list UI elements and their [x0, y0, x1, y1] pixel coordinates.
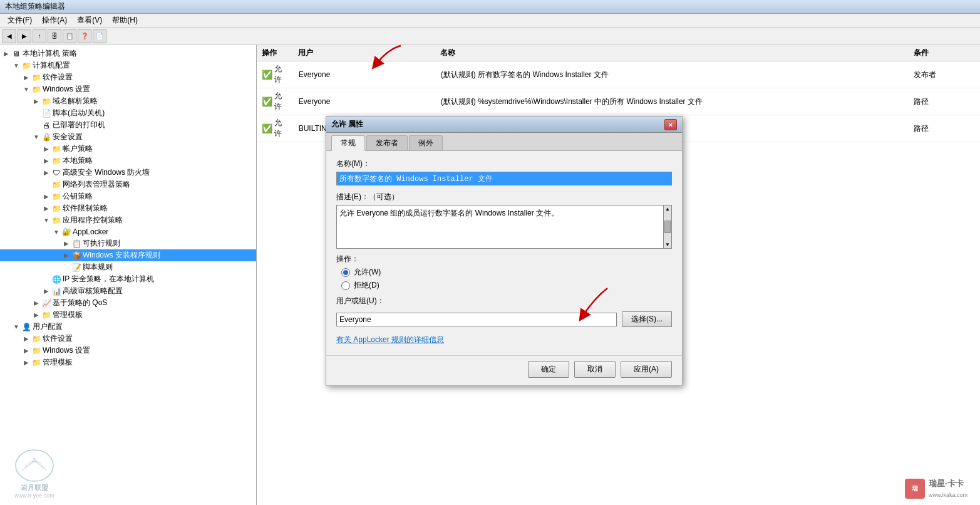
tree-local-policy[interactable]: ▶ 📁 本地策略: [0, 155, 256, 167]
expand-icon[interactable]: ▼: [31, 132, 41, 142]
dialog-close-button[interactable]: ×: [664, 119, 677, 130]
dialog: 允许 属性 × 常规 发布者 例外 名称(M)： 描述(E)：（可选） 允许 E…: [326, 116, 683, 386]
folder-icon: 📁: [51, 144, 61, 154]
expand-icon[interactable]: ▶: [21, 334, 31, 344]
scroll-down-arrow[interactable]: ▼: [665, 242, 670, 247]
qos-icon: 📈: [41, 298, 51, 308]
tree-exe-rules[interactable]: ▶ 📋 可执行规则: [0, 237, 256, 249]
scroll-thumb[interactable]: [664, 221, 671, 233]
tree-account-policy[interactable]: ▶ 📁 帐户策略: [0, 143, 256, 155]
tree-user-config[interactable]: ▼ 👤 用户配置: [0, 321, 256, 333]
user-group-label: 用户或组(U)：: [336, 296, 672, 306]
tree-pubkey[interactable]: ▶ 📁 公钥策略: [0, 190, 256, 202]
tree-applocker[interactable]: ▼ 🔐 AppLocker: [0, 226, 256, 237]
expand-icon[interactable]: ▶: [21, 346, 31, 356]
radio-deny-label: 拒绝(D): [354, 280, 379, 291]
expand-icon[interactable]: ▼: [41, 216, 51, 226]
tree-script-rules[interactable]: 📝 脚本规则: [0, 261, 256, 273]
table-row[interactable]: ✅ 允许 Everyone (默认规则) 所有数字签名的 Windows Ins…: [257, 61, 980, 88]
tree-printers[interactable]: 🖨 已部署的打印机: [0, 119, 256, 131]
tree-scripts[interactable]: 📄 脚本(启动/关机): [0, 107, 256, 119]
expand-icon[interactable]: ▶: [31, 298, 41, 308]
tab-publisher[interactable]: 发布者: [366, 135, 408, 150]
select-button[interactable]: 选择(S)...: [622, 311, 672, 327]
menu-view[interactable]: 查看(V): [72, 14, 107, 27]
tree-label: 脚本(启动/关机): [53, 108, 105, 118]
menu-bar: 文件(F) 操作(A) 查看(V) 帮助(H): [0, 14, 980, 28]
desc-scrollbar[interactable]: ▲ ▼: [663, 205, 672, 249]
expand-icon[interactable]: ▶: [31, 310, 41, 320]
expand-icon[interactable]: ▶: [1, 49, 11, 59]
expand-icon[interactable]: ▶: [41, 168, 51, 178]
tree-audit[interactable]: ▶ 📊 高级审核策略配置: [0, 285, 256, 297]
tree-network[interactable]: 📁 网络列表管理器策略: [0, 179, 256, 190]
tree-applocker-parent[interactable]: ▼ 📁 应用程序控制策略: [0, 214, 256, 226]
expand-icon[interactable]: ▼: [11, 322, 21, 332]
toolbar-up[interactable]: ↑: [33, 29, 46, 43]
expand-icon[interactable]: ▼: [21, 85, 31, 95]
toolbar-btn4[interactable]: 📄: [93, 29, 106, 43]
col-user: 用户: [293, 46, 435, 60]
expand-icon[interactable]: ▶: [41, 192, 51, 202]
menu-file[interactable]: 文件(F): [3, 14, 37, 27]
tree-ip-security[interactable]: 🌐 IP 安全策略，在本地计算机: [0, 273, 256, 285]
expand-icon[interactable]: ▶: [31, 96, 41, 107]
scroll-up-arrow[interactable]: ▲: [665, 206, 670, 212]
expand-icon[interactable]: ▼: [11, 61, 21, 71]
ok-button[interactable]: 确定: [528, 361, 569, 378]
tree-label: Windows 设置: [43, 345, 90, 356]
expand-icon[interactable]: ▶: [21, 73, 31, 83]
expand-icon[interactable]: ▶: [21, 358, 31, 368]
expand-icon[interactable]: ▶: [41, 144, 51, 154]
cell-name: (默认规则) %systemdrive%\Windows\Installer 中…: [436, 95, 909, 108]
expand-icon[interactable]: ▶: [41, 156, 51, 166]
folder-icon: 📁: [51, 156, 61, 166]
apply-button[interactable]: 应用(A): [621, 361, 672, 378]
toolbar-btn3[interactable]: ❓: [78, 29, 91, 43]
applocker-icon: 🔐: [61, 227, 71, 237]
folder-icon: 📁: [41, 96, 51, 107]
toolbar-btn1[interactable]: 🗄: [48, 29, 61, 43]
cancel-button[interactable]: 取消: [574, 361, 616, 378]
no-expand: [31, 120, 41, 130]
tree-security[interactable]: ▼ 🔒 安全设置: [0, 131, 256, 143]
tree-label: 高级安全 Windows 防火墙: [63, 167, 150, 178]
applocker-link[interactable]: 有关 AppLocker 规则的详细信息: [336, 335, 672, 345]
expand-icon[interactable]: ▶: [61, 251, 71, 261]
tree-user-admin-templates[interactable]: ▶ 📁 管理模板: [0, 357, 256, 368]
tab-general[interactable]: 常规: [331, 135, 365, 151]
tree-label: 用户配置: [33, 321, 63, 332]
expand-icon[interactable]: ▼: [51, 227, 61, 237]
tree-installer-rules[interactable]: ▶ 📦 Windows 安装程序规则: [0, 249, 256, 261]
desc-container: 允许 Everyone 组的成员运行数字签名的 Windows Installe…: [336, 205, 672, 249]
tree-label: 管理模板: [43, 357, 73, 368]
toolbar-back[interactable]: ◀: [3, 29, 16, 43]
table-row[interactable]: ✅ 允许 Everyone (默认规则) %systemdrive%\Windo…: [257, 88, 980, 115]
tree-windows-settings[interactable]: ▼ 📁 Windows 设置: [0, 83, 256, 95]
tree-software[interactable]: ▶ 📁 软件设置: [0, 71, 256, 83]
name-input[interactable]: [336, 172, 672, 185]
tree-admin-templates[interactable]: ▶ 📁 管理模板: [0, 309, 256, 321]
col-name: 名称: [435, 46, 909, 60]
tab-exceptions[interactable]: 例外: [409, 135, 443, 150]
radio-allow[interactable]: [341, 268, 350, 277]
expand-icon[interactable]: ▶: [61, 239, 71, 249]
tree-root[interactable]: ▶ 🖥 本地计算机 策略: [0, 48, 256, 60]
tree-firewall[interactable]: ▶ 🛡 高级安全 Windows 防火墙: [0, 167, 256, 179]
user-group-input[interactable]: [336, 313, 617, 326]
tree-software-restrict[interactable]: ▶ 📁 软件限制策略: [0, 202, 256, 214]
toolbar-btn2[interactable]: 📋: [63, 29, 76, 43]
tree-qos[interactable]: ▶ 📈 基于策略的 QoS: [0, 297, 256, 309]
radio-deny[interactable]: [341, 281, 350, 290]
tree-computer-config[interactable]: ▼ 📁 计算机配置: [0, 60, 256, 71]
tree-user-windows[interactable]: ▶ 📁 Windows 设置: [0, 345, 256, 357]
tree-user-software[interactable]: ▶ 📁 软件设置: [0, 333, 256, 345]
expand-icon[interactable]: ▶: [41, 286, 51, 296]
tree-dns[interactable]: ▶ 📁 域名解析策略: [0, 95, 256, 107]
expand-icon[interactable]: ▶: [41, 204, 51, 214]
toolbar-forward[interactable]: ▶: [18, 29, 31, 43]
folder-icon: 📁: [31, 334, 41, 344]
tree-label: 公钥策略: [63, 191, 93, 202]
menu-help[interactable]: 帮助(H): [107, 14, 143, 27]
menu-action[interactable]: 操作(A): [37, 14, 72, 27]
